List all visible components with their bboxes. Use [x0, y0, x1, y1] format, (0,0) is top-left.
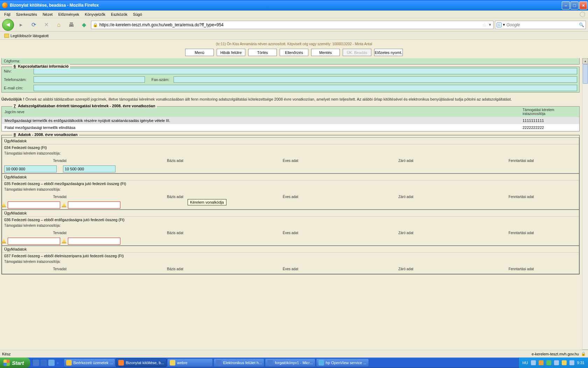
search-input[interactable] — [506, 22, 578, 27]
reload-button[interactable]: ⟳ — [28, 19, 39, 30]
col-zaro-037: Záró adat — [348, 267, 464, 271]
bookmark-label: Legtöbbször látogatott — [10, 34, 49, 38]
status-ready: Kész — [2, 352, 10, 356]
note-036: Támogatási kérelem iratazonosítója: — [2, 223, 579, 228]
tray-icon[interactable] — [562, 360, 567, 365]
input-phone[interactable] — [34, 76, 145, 83]
preview-button[interactable]: Előzetes nyomt. — [374, 49, 403, 56]
tray-icon[interactable] — [531, 360, 536, 365]
badge-button[interactable]: ◆ — [78, 19, 90, 30]
scroll-up[interactable]: ▴ — [582, 58, 588, 64]
forward-button[interactable]: ▸ — [15, 19, 27, 30]
scroll-thumb[interactable] — [583, 64, 588, 84]
folder-icon — [4, 34, 9, 38]
warning-icon — [1, 238, 6, 243]
quick-launch-item[interactable] — [41, 360, 47, 366]
col-terv-037: Tervadat — [2, 267, 118, 271]
back-button[interactable]: ◄ — [2, 19, 14, 31]
col-zaro-036: Záró adat — [348, 231, 464, 235]
col-bazis-035: Bázis adat — [118, 195, 233, 199]
url-box[interactable]: 🔒 ☆ ▼ — [91, 21, 493, 29]
menu-edit[interactable]: Szerkesztés — [13, 12, 40, 17]
tray-lang[interactable]: HU — [523, 361, 528, 365]
page-content: (tc:11) Ön Kiss Annamária néven azonosít… — [0, 40, 588, 355]
task-word1[interactable]: Elektronikus felület h... — [214, 359, 265, 367]
input-034-bazis[interactable] — [63, 165, 115, 172]
ugyfel-036: Ügyféladatok — [2, 210, 579, 217]
section-6: 6Kapcsolattartási információ Név: Telefo… — [1, 67, 580, 93]
stop-button[interactable]: ✕ — [41, 19, 52, 30]
input-036-terv[interactable] — [8, 238, 60, 245]
col-eves-036: Éves adat — [233, 231, 348, 235]
vertical-scrollbar[interactable]: ▴ ▾ — [582, 58, 588, 355]
col-bazis: Bázis adat — [118, 159, 233, 163]
home-button[interactable]: ⌂ — [53, 19, 64, 30]
tray-icon[interactable] — [554, 360, 559, 365]
welcome-text: Üdvözöljük ! Önnek az alábbi táblázatban… — [1, 97, 580, 102]
warning-icon — [62, 238, 66, 243]
tray-icon[interactable] — [539, 360, 544, 365]
section-8: 8Adatok - 2008. évre vonatkozóan Ügyféla… — [1, 135, 580, 274]
close-button[interactable]: × — [579, 1, 587, 9]
save-button[interactable]: Mentés — [311, 49, 340, 56]
col-terv-036: Tervadat — [2, 231, 118, 235]
quick-launch-overflow[interactable]: » — [56, 361, 59, 365]
input-035-terv[interactable] — [8, 202, 60, 209]
input-036-bazis[interactable] — [68, 238, 120, 245]
delete-button[interactable]: Törlés — [248, 49, 277, 56]
label-fax: Fax-szám: — [147, 75, 172, 84]
action-button-row: Menü Hibák felülre Törlés Ellenőrzés Men… — [0, 47, 588, 60]
quick-launch-item[interactable] — [33, 360, 39, 366]
check-button[interactable]: Ellenőrzés — [280, 49, 308, 56]
col-fenn-035: Fenntartási adat — [463, 195, 579, 199]
menu-bookmarks[interactable]: Könyvjelzők — [82, 12, 108, 17]
task-word2[interactable]: forgatókönyv1 - Micr... — [265, 359, 315, 367]
col-eves-037: Éves adat — [233, 267, 348, 271]
title-037: 037 Fedezeti összeg – ebből élelmiszerip… — [2, 253, 579, 259]
ugyfel-035: Ügyféladatok — [2, 174, 579, 180]
menu-help[interactable]: Súgó — [130, 12, 145, 17]
tray-clock[interactable]: 9:31 — [577, 361, 584, 365]
task-folder[interactable]: webre — [167, 359, 213, 367]
url-dropdown-icon[interactable]: ▼ — [488, 23, 492, 27]
input-034-terv[interactable] — [4, 165, 57, 172]
print-button[interactable]: 🖶 — [66, 19, 77, 30]
section-7: 7Adatszolgáltatásban érintett támogatási… — [1, 106, 580, 131]
search-engine-dropdown[interactable]: ▾ — [503, 22, 505, 27]
form-area: Cégforma: 6Kapcsolattartási információ N… — [0, 58, 581, 355]
quick-launch: » — [30, 360, 62, 366]
menu-history[interactable]: Előzmények — [55, 12, 82, 17]
note-037: Támogatási kérelem iratazonosítója: — [2, 259, 579, 264]
input-email[interactable] — [34, 85, 577, 91]
title-035: 035 Fedezeti összeg – ebből mezőgazdaság… — [2, 180, 579, 187]
task-firefox[interactable]: Bizonylat kitöltése, b... — [116, 359, 166, 367]
bookmark-most-visited[interactable]: Legtöbbször látogatott — [2, 33, 51, 39]
section-7-legend: 7Adatszolgáltatásban érintett támogatási… — [12, 104, 157, 108]
menu-tools[interactable]: Eszközök — [108, 12, 130, 17]
col-fenn-037: Fenntartási adat — [463, 267, 579, 271]
bookmark-star-icon[interactable]: ☆ — [482, 22, 487, 28]
quick-launch-item[interactable] — [48, 360, 55, 366]
input-035-bazis[interactable] — [68, 202, 120, 209]
url-input[interactable] — [99, 22, 481, 27]
input-fax[interactable] — [174, 76, 577, 83]
maximize-button[interactable]: □ — [570, 1, 579, 9]
tray-icon[interactable] — [546, 360, 551, 365]
col-zaro: Záró adat — [348, 159, 464, 163]
tray-icon[interactable] — [569, 360, 574, 365]
menu-view[interactable]: Nézet — [40, 12, 56, 17]
col-bazis-036: Bázis adat — [118, 231, 233, 235]
system-tray: HU 9:31 — [519, 357, 588, 368]
search-box[interactable]: G ▾ 🔍 — [495, 21, 586, 29]
input-name[interactable] — [34, 68, 577, 74]
minimize-button[interactable]: – — [562, 1, 570, 9]
section-6-legend: 6Kapcsolattartási információ — [12, 64, 70, 68]
task-ie[interactable]: hp OpenView service ... — [316, 359, 369, 367]
start-button[interactable]: Start — [0, 357, 30, 368]
menu-button[interactable]: Menü — [185, 49, 214, 56]
search-icon[interactable]: 🔍 — [579, 22, 584, 27]
task-outlook[interactable]: Beérkezett üzenetek ... — [64, 359, 115, 367]
firefox-icon — [2, 2, 8, 8]
menu-file[interactable]: Fájl — [1, 12, 13, 17]
errors-button[interactable]: Hibák felülre — [217, 49, 245, 56]
